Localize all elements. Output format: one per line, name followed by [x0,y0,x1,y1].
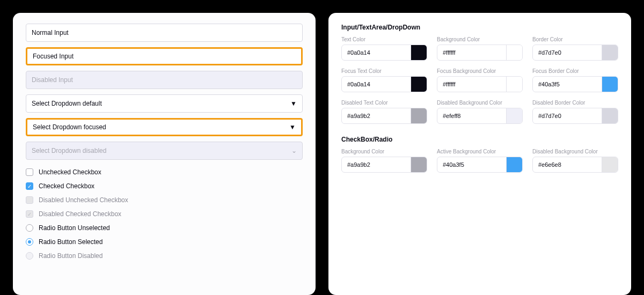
cfg-chk-bg-color: Background Color #a9a9b2 [341,149,427,173]
select-focused-value: Select Dropdown focused [33,123,106,131]
chevron-down-icon: ▼ [289,123,296,131]
checkbox-disabled-checked-label: Disabled Checked Checkbox [39,210,121,218]
hex-value[interactable]: #ffffff [437,45,506,60]
hex-value[interactable]: #40a3f5 [533,77,602,92]
chevron-down-icon: ⌄ [291,147,297,154]
hex-value[interactable]: #d7d7e0 [533,108,602,123]
section-title-input: Input/TextArea/DropDown [341,24,618,31]
radio-unselected-label: Radio Button Unselected [39,224,110,232]
checkbox-disabled-unchecked-row: Disabled Unchecked Checkbox [26,193,303,207]
color-swatch[interactable] [602,108,618,123]
cfg-chk-disabled-bg-color: Disabled Background Color #e6e6e8 [532,149,618,173]
hex-value[interactable]: #40a3f5 [437,157,506,172]
color-swatch[interactable] [506,108,522,123]
checkbox-unchecked-label: Unchecked Checkbox [39,168,101,176]
select-disabled-value: Select Dropdown disabled [32,147,106,154]
color-swatch[interactable] [411,108,427,123]
checkbox-icon [26,168,33,176]
cfg-label: Focus Border Color [532,68,618,74]
color-input[interactable]: #ffffff [437,45,523,61]
checkbox-disabled-checked-row: ✓ Disabled Checked Checkbox [26,207,303,221]
chevron-down-icon: ▼ [290,100,297,107]
cfg-border-color: Border Color #d7d7e0 [532,36,618,61]
color-input[interactable]: #d7d7e0 [532,108,618,124]
radio-disabled-label: Radio Button Disabled [39,252,103,260]
select-focused[interactable]: Select Dropdown focused ▼ [26,118,303,136]
normal-text-input[interactable]: Normal Input [26,24,303,42]
color-swatch[interactable] [411,77,427,92]
radio-disabled-icon [26,252,33,260]
cfg-chk-active-bg-color: Active Background Color #40a3f5 [437,149,523,173]
section-title-checkbox: CheckBox/Radio [341,136,618,143]
cfg-disabled-border-color: Disabled Border Color #d7d7e0 [532,100,618,124]
checkbox-disabled-icon [26,196,33,204]
radio-selected-icon [26,238,33,246]
focused-text-input-value: Focused Input [33,53,74,60]
checkbox-checked-row[interactable]: ✓ Checked Checkbox [26,179,303,193]
radio-selected-label: Radio Button Selected [39,238,103,246]
hex-value[interactable]: #0a0a14 [342,45,411,60]
cfg-focus-border-color: Focus Border Color #40a3f5 [532,68,618,92]
cfg-label: Border Color [532,36,618,42]
color-swatch[interactable] [411,45,427,60]
radio-icon [26,224,33,232]
cfg-label: Disabled Background Color [532,149,618,154]
cfg-text-color: Text Color #0a0a14 [341,36,427,61]
radio-unselected-row[interactable]: Radio Button Unselected [26,221,303,235]
cfg-label: Background Color [437,36,523,42]
color-input[interactable]: #efeff8 [437,108,523,124]
checkbox-disabled-unchecked-label: Disabled Unchecked Checkbox [39,196,128,204]
cfg-label: Focus Text Color [341,68,427,74]
color-input[interactable]: #0a0a14 [341,45,427,61]
cfg-disabled-bg-color: Disabled Background Color #efeff8 [437,100,523,124]
config-panel: Input/TextArea/DropDown Text Color #0a0a… [328,13,631,295]
disabled-text-input-value: Disabled Input [32,76,73,84]
cfg-label: Focus Background Color [437,68,523,74]
color-swatch[interactable] [506,77,522,92]
color-input[interactable]: #a9a9b2 [341,108,427,124]
color-swatch[interactable] [411,157,427,172]
cfg-label: Disabled Border Color [532,100,618,106]
color-input[interactable]: #a9a9b2 [341,157,427,173]
checkbox-unchecked-row[interactable]: Unchecked Checkbox [26,165,303,179]
cfg-label: Disabled Background Color [437,100,523,106]
hex-value[interactable]: #a9a9b2 [342,108,411,123]
cfg-label: Active Background Color [437,149,523,154]
hex-value[interactable]: #efeff8 [437,108,506,123]
color-input[interactable]: #40a3f5 [437,157,523,173]
cfg-label: Text Color [341,36,427,42]
color-swatch[interactable] [506,157,522,172]
cfg-bg-color: Background Color #ffffff [437,36,523,61]
select-disabled: Select Dropdown disabled ⌄ [26,142,303,160]
preview-panel: Normal Input Focused Input Disabled Inpu… [13,13,316,295]
hex-value[interactable]: #e6e6e8 [533,157,602,172]
color-input[interactable]: #40a3f5 [532,76,618,92]
color-swatch[interactable] [506,45,522,60]
cfg-focus-bg-color: Focus Background Color #ffffff [437,68,523,92]
disabled-text-input: Disabled Input [26,71,303,89]
radio-selected-row[interactable]: Radio Button Selected [26,235,303,249]
hex-value[interactable]: #0a0a14 [342,77,411,92]
hex-value[interactable]: #ffffff [437,77,506,92]
color-input[interactable]: #ffffff [437,76,523,92]
focused-text-input[interactable]: Focused Input [26,47,303,65]
cfg-focus-text-color: Focus Text Color #0a0a14 [341,68,427,92]
select-default-value: Select Dropdown default [32,100,102,107]
color-swatch[interactable] [602,45,618,60]
color-input[interactable]: #e6e6e8 [532,157,618,173]
hex-value[interactable]: #d7d7e0 [533,45,602,60]
checkbox-checked-icon: ✓ [26,182,33,190]
color-input[interactable]: #0a0a14 [341,76,427,92]
normal-text-input-value: Normal Input [32,29,69,36]
cfg-label: Background Color [341,149,427,154]
color-swatch[interactable] [602,157,618,172]
select-default[interactable]: Select Dropdown default ▼ [26,94,303,113]
cfg-label: Disabled Text Color [341,100,427,106]
color-swatch[interactable] [602,77,618,92]
checkbox-checked-label: Checked Checkbox [39,182,94,190]
color-input[interactable]: #d7d7e0 [532,45,618,61]
cfg-disabled-text-color: Disabled Text Color #a9a9b2 [341,100,427,124]
hex-value[interactable]: #a9a9b2 [342,157,411,172]
checkbox-disabled-checked-icon: ✓ [26,210,33,218]
radio-disabled-row: Radio Button Disabled [26,249,303,263]
